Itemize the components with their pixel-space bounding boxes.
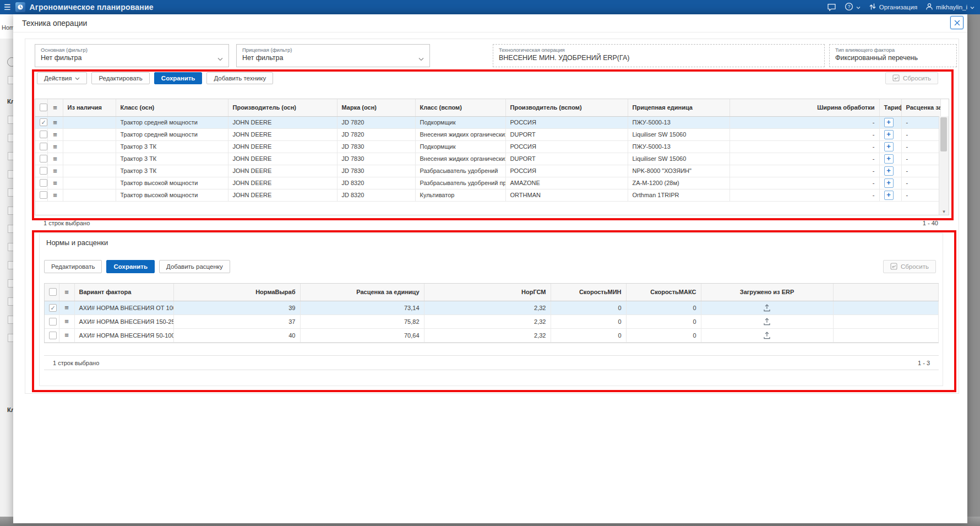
table-row[interactable]: ≡АХИ# НОРМА ВНЕСЕНИЯ 50-1004070,642,3200 xyxy=(45,328,938,342)
table-row[interactable]: ≡АХИ# НОРМА ВНЕСЕНИЯ 150-2503775,822,320… xyxy=(45,314,938,328)
equipment-grid-footer: 1 строк выбрано 1 - 40 xyxy=(35,215,949,226)
column-header-availability[interactable]: Из наличия xyxy=(63,99,116,116)
column-header-filler[interactable] xyxy=(833,284,938,301)
cell-mfr_aux: DUPORT xyxy=(505,128,628,140)
column-header-erp[interactable]: Загружено из ERP xyxy=(701,284,833,301)
reset-button[interactable]: Сбросить xyxy=(885,72,938,84)
row-menu-icon[interactable]: ≡ xyxy=(52,118,58,127)
table-row[interactable]: ≡Трактор высокой мощностиJOHN DEEREJD 83… xyxy=(35,189,940,201)
column-header-norm[interactable]: НормаВыраб xyxy=(173,284,300,301)
background-fragment xyxy=(8,225,13,233)
column-header-class_main[interactable]: Класс (осн) xyxy=(116,99,228,116)
column-header-menu[interactable]: ≡ xyxy=(47,99,63,116)
tariff-add-button[interactable]: + xyxy=(884,130,894,139)
column-header-trailer[interactable]: Прицепная единица xyxy=(628,99,729,116)
tariff-add-button[interactable]: + xyxy=(884,118,894,127)
row-menu-icon[interactable]: ≡ xyxy=(64,303,70,312)
row-checkbox[interactable] xyxy=(40,191,47,199)
cell-availability xyxy=(63,177,116,189)
column-header-speed_max[interactable]: СкоростьМАКС xyxy=(626,284,701,301)
row-menu-icon[interactable]: ≡ xyxy=(52,167,58,175)
header-menu-icon[interactable]: ≡ xyxy=(52,104,58,112)
chat-icon[interactable] xyxy=(827,3,836,12)
edit-button[interactable]: Редактировать xyxy=(91,72,149,84)
column-header-speed_min[interactable]: СкоростьМИН xyxy=(551,284,626,301)
row-checkbox[interactable] xyxy=(49,318,57,326)
cell-menu: ≡ xyxy=(47,128,63,140)
scrollbar-thumb[interactable] xyxy=(940,117,947,151)
filter-trailer-select[interactable]: Прицепная (фильтр) Нет фильтра xyxy=(236,44,430,67)
column-header-class_aux[interactable]: Класс (вспом) xyxy=(415,99,505,116)
user-menu[interactable]: mikhaylin_i xyxy=(925,3,974,12)
filter-value: Нет фильтра xyxy=(41,54,223,62)
row-checkbox[interactable] xyxy=(40,143,47,150)
reset-button[interactable]: Сбросить xyxy=(883,260,936,273)
tariff-add-button[interactable]: + xyxy=(884,178,894,188)
column-header-select-all[interactable] xyxy=(45,284,59,301)
row-menu-icon[interactable]: ≡ xyxy=(64,317,70,326)
row-checkbox[interactable] xyxy=(40,179,47,187)
cell-brand_main: JD 7830 xyxy=(337,165,415,177)
table-row[interactable]: ≡Трактор 3 ТКJOHN DEEREJD 7830Подкормщик… xyxy=(35,140,940,153)
help-menu[interactable]: ? xyxy=(845,2,861,12)
cell-trailer: ПЖУ-5000-13 xyxy=(628,116,729,128)
save-button[interactable]: Сохранить xyxy=(154,72,203,84)
field-label: Тип влияющего фактора xyxy=(835,47,951,53)
row-menu-icon[interactable]: ≡ xyxy=(52,179,58,187)
filter-main-select[interactable]: Основная (фильтр) Нет фильтра xyxy=(35,44,229,67)
actions-button[interactable]: Действия xyxy=(37,72,87,84)
tariff-add-button[interactable]: + xyxy=(884,154,894,164)
row-checkbox[interactable] xyxy=(49,304,57,312)
table-row[interactable]: ≡Трактор средней мощностиJOHN DEEREJD 78… xyxy=(35,128,940,140)
table-row[interactable]: ≡Трактор 3 ТКJOHN DEEREJD 7830Разбрасыва… xyxy=(35,165,940,177)
column-header-menu[interactable]: ≡ xyxy=(59,284,74,301)
column-header-work_width[interactable]: Ширина обработки xyxy=(729,99,879,116)
row-menu-icon[interactable]: ≡ xyxy=(52,191,58,199)
row-menu-icon[interactable]: ≡ xyxy=(52,155,58,163)
row-menu-icon[interactable]: ≡ xyxy=(64,331,70,339)
column-header-brand_main[interactable]: Марка (осн) xyxy=(337,99,415,116)
tariff-add-button[interactable]: + xyxy=(884,191,894,200)
row-checkbox[interactable] xyxy=(40,131,47,138)
save-button[interactable]: Сохранить xyxy=(106,260,155,273)
cell-tariff: + xyxy=(879,177,901,189)
cell-sel xyxy=(35,165,47,177)
add-rate-button[interactable]: Добавить расценку xyxy=(159,260,230,273)
table-row[interactable]: ≡Трактор 3 ТКJOHN DEEREJD 7830Внесения ж… xyxy=(35,153,940,165)
table-row[interactable]: ≡АХИ# НОРМА ВНЕСЕНИЯ ОТ 100 ДО 1503973,1… xyxy=(45,301,938,314)
row-checkbox[interactable] xyxy=(49,332,57,339)
rows-selected-status: 1 строк выбрано xyxy=(53,360,99,366)
column-header-rate[interactable]: Расценка за н xyxy=(901,99,940,116)
hamburger-menu-icon[interactable]: ☰ xyxy=(4,0,11,14)
header-menu-icon[interactable]: ≡ xyxy=(64,288,70,296)
select-all-checkbox[interactable] xyxy=(49,288,57,296)
row-checkbox[interactable] xyxy=(40,155,47,162)
cell-speed_max: 0 xyxy=(626,328,701,342)
table-row[interactable]: ≡Трактор средней мощностиJOHN DEEREJD 78… xyxy=(35,116,940,128)
column-header-fuel[interactable]: НорГСМ xyxy=(424,284,551,301)
column-header-mfr_main[interactable]: Производитель (осн) xyxy=(228,99,337,116)
column-header-select-all[interactable] xyxy=(35,99,47,116)
tariff-add-button[interactable]: + xyxy=(884,142,894,151)
edit-button[interactable]: Редактировать xyxy=(44,260,102,273)
tariff-add-button[interactable]: + xyxy=(884,166,894,176)
add-equipment-button[interactable]: Добавить технику xyxy=(206,72,273,84)
table-row[interactable]: ≡Трактор высокой мощностиJOHN DEEREJD 83… xyxy=(35,177,940,189)
column-header-rate_unit[interactable]: Расценка за единицу xyxy=(300,284,424,301)
cell-tariff: + xyxy=(879,116,901,128)
cell-class_aux: Культиватор xyxy=(415,189,505,201)
column-header-mfr_aux[interactable]: Производитель (вспом) xyxy=(505,99,628,116)
row-checkbox[interactable] xyxy=(40,118,47,126)
column-header-factor[interactable]: Вариант фактора xyxy=(74,284,173,301)
row-menu-icon[interactable]: ≡ xyxy=(52,143,58,151)
select-all-checkbox[interactable] xyxy=(40,104,47,111)
vertical-scrollbar[interactable]: ▾ xyxy=(939,116,949,215)
close-icon[interactable] xyxy=(950,16,963,29)
column-header-tariff[interactable]: Тарифн xyxy=(879,99,901,116)
cell-filler xyxy=(833,301,938,314)
org-switcher[interactable]: Организация xyxy=(869,3,917,12)
cell-menu: ≡ xyxy=(47,177,63,189)
row-menu-icon[interactable]: ≡ xyxy=(52,131,58,139)
scrollbar-down-arrow[interactable]: ▾ xyxy=(939,209,949,214)
row-checkbox[interactable] xyxy=(40,167,47,175)
